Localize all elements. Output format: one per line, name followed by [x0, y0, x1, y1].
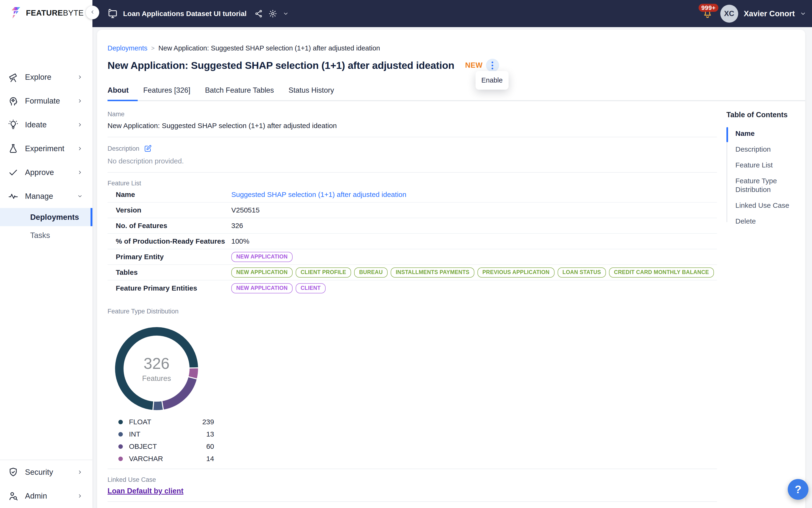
tab-features-326[interactable]: Features [326]: [143, 86, 190, 100]
table-row-feature-primary-entities: Feature Primary EntitiesNEW APPLICATIONC…: [107, 281, 717, 296]
legend-dot-float: [118, 420, 123, 424]
chip-group: NEW APPLICATION: [231, 252, 292, 262]
row-value: V250515: [231, 206, 260, 214]
monitor-check-icon: [107, 8, 118, 19]
brand-name: FEATUREBYTE: [26, 8, 84, 17]
sidebar-item-label: Experiment: [25, 144, 64, 153]
sidebar-item-admin[interactable]: Admin: [0, 484, 92, 508]
tab-about[interactable]: About: [107, 86, 129, 100]
feature-type-distribution-label: Feature Type Distribution: [107, 308, 717, 315]
top-bar: Loan Applications Dataset UI tutorial 99…: [92, 0, 812, 27]
project-switcher[interactable]: Loan Applications Dataset UI tutorial: [92, 8, 289, 19]
sidebar-item-security[interactable]: Security: [0, 460, 92, 484]
section-divider: [107, 501, 717, 502]
bell-icon: [702, 16, 713, 20]
chevron-left-icon: [89, 9, 95, 16]
settings-gear-icon[interactable]: [268, 9, 277, 18]
toc-item-name[interactable]: Name: [735, 129, 797, 138]
toc-item-feature-list[interactable]: Feature List: [735, 161, 797, 169]
notifications-badge: 999+: [698, 4, 719, 12]
sidebar-item-ideate[interactable]: Ideate: [0, 113, 92, 136]
linked-use-case-link[interactable]: Loan Default by client: [107, 487, 183, 495]
sidebar-item-experiment[interactable]: Experiment: [0, 136, 92, 160]
description-section-label: Description: [107, 145, 139, 152]
description-empty-text: No description provided.: [107, 157, 717, 172]
chevron-right-icon: [77, 98, 83, 104]
actions-dropdown: Enable: [476, 71, 508, 90]
telescope-icon: [8, 72, 18, 83]
edit-pencil-icon[interactable]: [144, 144, 152, 153]
sidebar-item-label: Manage: [25, 192, 53, 201]
sidebar-item-label: Formulate: [25, 96, 60, 105]
row-value: 326: [231, 222, 243, 230]
shield-check-icon: [8, 467, 18, 477]
sidebar-nav: ExploreFormulateIdeateExperimentApproveM…: [0, 65, 92, 244]
table-of-contents: Table of Contents NameDescriptionFeature…: [726, 111, 797, 508]
chip-credit-card-monthly-balance[interactable]: CREDIT CARD MONTHLY BALANCE: [609, 267, 714, 278]
chip-client-profile[interactable]: CLIENT PROFILE: [296, 267, 351, 278]
kebab-menu-button[interactable]: [486, 59, 499, 72]
row-value-link[interactable]: Suggested SHAP selection (1+1) after adj…: [231, 190, 406, 199]
tab-batch-feature-tables[interactable]: Batch Feature Tables: [205, 86, 274, 100]
chip-bureau[interactable]: BUREAU: [354, 267, 388, 278]
breadcrumb-deployments-link[interactable]: Deployments: [107, 44, 147, 52]
menu-item-enable[interactable]: Enable: [476, 76, 508, 85]
legend-label: VARCHAR: [129, 455, 206, 463]
chevron-down-icon[interactable]: [282, 10, 289, 17]
sidebar: FEATUREBYTE ExploreFormulateIdeateExperi…: [0, 0, 92, 508]
row-label: Primary Entity: [116, 253, 231, 261]
sidebar-item-explore[interactable]: Explore: [0, 65, 92, 89]
user-menu-chevron-down-icon[interactable]: [800, 10, 807, 17]
featurebyte-logo[interactable]: FEATUREBYTE: [0, 0, 92, 20]
activity-icon: [8, 191, 18, 202]
sidebar-item-label: Explore: [25, 73, 51, 82]
share-icon[interactable]: [254, 9, 263, 18]
toc-item-linked-use-case[interactable]: Linked Use Case: [735, 201, 797, 210]
chart-legend: FLOAT239INT13OBJECT60VARCHAR14: [118, 416, 214, 465]
chip-new-application[interactable]: NEW APPLICATION: [231, 267, 292, 278]
tab-status-history[interactable]: Status History: [288, 86, 334, 100]
row-label: Tables: [116, 268, 231, 277]
section-divider: [107, 137, 717, 137]
legend-label: FLOAT: [129, 418, 202, 426]
chevron-right-icon: [77, 122, 83, 128]
notifications-button[interactable]: 999+: [702, 8, 713, 19]
avatar[interactable]: XC: [720, 5, 738, 23]
donut-slice-int: [153, 401, 163, 411]
toc-item-delete[interactable]: Delete: [735, 217, 797, 225]
check-icon: [8, 167, 18, 178]
chip-new-application[interactable]: NEW APPLICATION: [231, 283, 292, 293]
sidebar-bottom-nav: SecurityAdmin: [0, 460, 92, 508]
table-row-no-of-features: No. of Features326: [107, 218, 717, 234]
toc-item-description[interactable]: Description: [735, 145, 797, 154]
legend-label: OBJECT: [129, 442, 206, 451]
about-panel: Name New Application: Suggested SHAP sel…: [107, 111, 717, 508]
row-label: Name: [116, 190, 231, 199]
sidebar-item-manage[interactable]: Manage: [0, 184, 92, 208]
featurebyte-logo-icon: [10, 6, 24, 20]
sidebar-item-approve[interactable]: Approve: [0, 160, 92, 184]
main-content-card: Deployments > New Application: Suggested…: [97, 30, 805, 508]
sidebar-item-formulate[interactable]: Formulate: [0, 89, 92, 113]
sidebar-item-label: Security: [25, 468, 53, 477]
title-row: New Application: Suggested SHAP selectio…: [107, 59, 805, 72]
flask-icon: [8, 143, 18, 154]
legend-value: 14: [206, 455, 214, 463]
table-row-primary-entity: Primary EntityNEW APPLICATION: [107, 249, 717, 265]
table-row-tables: TablesNEW APPLICATIONCLIENT PROFILEBUREA…: [107, 265, 717, 281]
legend-label: INT: [129, 430, 206, 438]
section-divider: [107, 172, 717, 173]
tabs-bar: AboutFeatures [326]Batch Feature TablesS…: [107, 86, 805, 101]
chip-client[interactable]: CLIENT: [296, 283, 326, 293]
legend-row-float: FLOAT239: [118, 416, 214, 428]
chip-new-application[interactable]: NEW APPLICATION: [231, 252, 292, 262]
chip-previous-application[interactable]: PREVIOUS APPLICATION: [478, 267, 554, 278]
toc-item-feature-type-distribution[interactable]: Feature Type Distribution: [735, 176, 797, 194]
chip-loan-status[interactable]: LOAN STATUS: [557, 267, 606, 278]
sidebar-item-deployments[interactable]: Deployments: [0, 208, 92, 226]
sidebar-item-tasks[interactable]: Tasks: [0, 226, 92, 244]
donut-slice-object: [162, 377, 197, 410]
help-button[interactable]: ?: [788, 479, 808, 500]
chip-installments-payments[interactable]: INSTALLMENTS PAYMENTS: [391, 267, 475, 278]
sidebar-collapse-button[interactable]: [86, 6, 99, 19]
